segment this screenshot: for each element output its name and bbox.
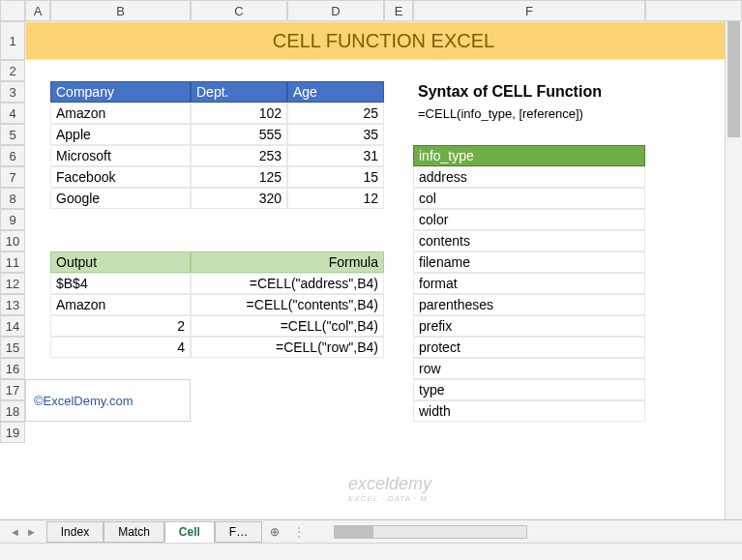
row-header[interactable]: 9 xyxy=(0,209,25,230)
horizontal-scrollbar[interactable] xyxy=(334,525,527,539)
row-header[interactable]: 16 xyxy=(0,358,25,379)
info-type-header: info_type xyxy=(413,145,645,166)
status-bar xyxy=(0,543,742,560)
table-cell[interactable]: 125 xyxy=(191,166,287,188)
output-cell[interactable]: Amazon xyxy=(50,294,191,315)
formula-cell[interactable]: =CELL("col",B4) xyxy=(191,315,384,337)
table-cell[interactable]: Google xyxy=(50,188,191,209)
table-cell[interactable]: Apple xyxy=(50,124,191,145)
table-cell[interactable]: 25 xyxy=(287,103,384,124)
table-cell[interactable]: 102 xyxy=(191,103,287,124)
vertical-scrollbar[interactable] xyxy=(725,21,742,519)
watermark: exceldemyEXCEL · DATA · M xyxy=(348,474,431,503)
row-header[interactable]: 15 xyxy=(0,337,25,358)
table-header: Company xyxy=(50,81,191,103)
formula-cell[interactable]: =CELL("contents",B4) xyxy=(191,294,384,315)
col-header[interactable] xyxy=(645,0,742,21)
info-type-row[interactable]: width xyxy=(413,400,645,422)
sheet-tab[interactable]: Match xyxy=(104,521,164,543)
info-type-row[interactable]: color xyxy=(413,209,645,230)
page-title: CELL FUNCTION EXCEL xyxy=(25,21,742,60)
table-cell[interactable]: Amazon xyxy=(50,103,191,124)
table-cell[interactable]: 253 xyxy=(191,145,287,166)
info-type-row[interactable]: type xyxy=(413,379,645,400)
info-type-row[interactable]: col xyxy=(413,188,645,209)
info-type-row[interactable]: filename xyxy=(413,251,645,273)
col-header[interactable]: D xyxy=(287,0,384,21)
row-header[interactable]: 17 xyxy=(0,379,25,400)
table-cell[interactable]: 320 xyxy=(191,188,287,209)
sheet-tab[interactable]: F… xyxy=(215,521,262,543)
row-header[interactable]: 19 xyxy=(0,422,25,443)
table-cell[interactable]: 15 xyxy=(287,166,384,188)
table-cell[interactable]: 12 xyxy=(287,188,384,209)
formula-cell[interactable]: =CELL("row",B4) xyxy=(191,337,384,358)
formula-header: Formula xyxy=(191,251,384,273)
formula-cell[interactable]: =CELL("address",B4) xyxy=(191,273,384,294)
row-header[interactable]: 14 xyxy=(0,315,25,337)
table-header: Dept. xyxy=(191,81,287,103)
info-type-row[interactable]: row xyxy=(413,358,645,379)
info-type-row[interactable]: prefix xyxy=(413,315,645,337)
output-header: Output xyxy=(50,251,191,273)
info-type-row[interactable]: protect xyxy=(413,337,645,358)
add-sheet-icon[interactable]: ⊕ xyxy=(262,525,287,539)
sheet-tab[interactable]: Cell xyxy=(164,521,215,543)
syntax-formula: =CELL(info_type, [reference]) xyxy=(413,103,645,124)
col-header[interactable] xyxy=(0,0,25,21)
col-header[interactable]: F xyxy=(413,0,645,21)
info-type-row[interactable]: parentheses xyxy=(413,294,645,315)
row-header[interactable]: 1 xyxy=(0,21,25,60)
output-cell[interactable]: $B$4 xyxy=(50,273,191,294)
row-header[interactable]: 6 xyxy=(0,145,25,166)
row-header[interactable]: 7 xyxy=(0,166,25,188)
row-header[interactable]: 3 xyxy=(0,81,25,103)
nav-next-icon[interactable]: ► xyxy=(26,526,37,538)
row-header[interactable]: 13 xyxy=(0,294,25,315)
col-header[interactable]: E xyxy=(384,0,413,21)
table-cell[interactable]: Microsoft xyxy=(50,145,191,166)
info-type-row[interactable]: contents xyxy=(413,230,645,251)
table-cell[interactable]: Facebook xyxy=(50,166,191,188)
col-header[interactable]: B xyxy=(50,0,191,21)
row-header[interactable]: 4 xyxy=(0,103,25,124)
row-header[interactable]: 8 xyxy=(0,188,25,209)
nav-prev-icon[interactable]: ◄ xyxy=(10,526,20,538)
syntax-title: Syntax of CELL Function xyxy=(413,81,645,103)
table-cell[interactable]: 35 xyxy=(287,124,384,145)
row-header[interactable]: 10 xyxy=(0,230,25,251)
info-type-row[interactable]: format xyxy=(413,273,645,294)
row-header[interactable]: 18 xyxy=(0,400,25,422)
row-header[interactable]: 2 xyxy=(0,60,25,81)
sheet-tab[interactable]: Index xyxy=(46,521,104,543)
output-cell[interactable]: 2 xyxy=(50,315,191,337)
col-header[interactable]: A xyxy=(25,0,50,21)
table-header: Age xyxy=(287,81,384,103)
col-header[interactable]: C xyxy=(191,0,287,21)
sheet-tabs-bar: ◄ ► IndexMatchCellF… ⊕ ⋮ xyxy=(0,519,742,543)
row-header[interactable]: 5 xyxy=(0,124,25,145)
info-type-row[interactable]: address xyxy=(413,166,645,188)
row-header[interactable]: 11 xyxy=(0,251,25,273)
credit-link[interactable]: ©ExcelDemy.com xyxy=(25,379,191,422)
table-cell[interactable]: 31 xyxy=(287,145,384,166)
row-header[interactable]: 12 xyxy=(0,273,25,294)
table-cell[interactable]: 555 xyxy=(191,124,287,145)
output-cell[interactable]: 4 xyxy=(50,337,191,358)
